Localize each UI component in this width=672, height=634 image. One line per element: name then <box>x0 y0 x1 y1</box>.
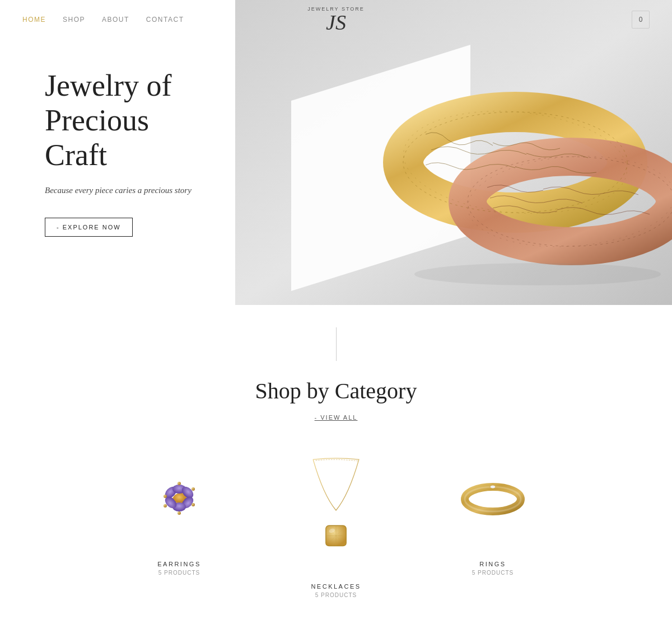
cart-button[interactable]: 0 <box>632 11 650 29</box>
logo-monogram: JS <box>326 12 346 33</box>
shop-section: Shop by Category - VIEW ALL <box>0 378 672 634</box>
nav-about[interactable]: ABOUT <box>102 16 129 24</box>
earrings-label: EARRINGS <box>157 561 200 567</box>
rings-image <box>442 449 543 550</box>
svg-point-16 <box>174 494 185 502</box>
nav-contact[interactable]: CONTACT <box>146 16 184 24</box>
svg-point-22 <box>164 504 167 508</box>
necklaces-image <box>286 449 386 572</box>
hero-subtitle: Because every piece caries a precious st… <box>45 186 207 195</box>
nav-home[interactable]: HOME <box>22 16 46 24</box>
navbar: HOME SHOP ABOUT CONTACT JEWELRY STORE JS… <box>0 0 672 39</box>
hero-section: Jewelry of Precious Craft Because every … <box>0 0 672 305</box>
svg-point-19 <box>192 487 195 491</box>
earrings-count: 5 PRODUCTS <box>158 570 200 576</box>
category-earrings[interactable]: EARRINGS 5 PRODUCTS <box>118 449 241 598</box>
svg-point-17 <box>164 495 167 498</box>
hero-content: Jewelry of Precious Craft Because every … <box>0 0 235 305</box>
svg-point-18 <box>178 482 181 485</box>
explore-now-button[interactable]: - EXPLORE NOW <box>45 218 133 237</box>
nav-shop[interactable]: SHOP <box>63 16 85 24</box>
hero-title: Jewelry of Precious Craft <box>45 68 207 172</box>
svg-point-33 <box>491 486 494 488</box>
category-necklaces[interactable]: NECKLACES 5 PRODUCTS <box>274 449 398 598</box>
svg-point-21 <box>178 511 181 515</box>
rings-label: RINGS <box>479 561 506 567</box>
necklaces-count: 5 PRODUCTS <box>315 592 357 598</box>
shop-section-title: Shop by Category <box>22 378 650 404</box>
cart-count: 0 <box>639 16 643 24</box>
nav-links: HOME SHOP ABOUT CONTACT <box>22 16 184 24</box>
rings-count: 5 PRODUCTS <box>472 570 514 576</box>
site-logo: JEWELRY STORE JS <box>307 6 365 33</box>
view-all-link[interactable]: - VIEW ALL <box>315 414 358 421</box>
category-rings[interactable]: RINGS 5 PRODUCTS <box>431 449 554 598</box>
svg-point-20 <box>192 503 195 506</box>
earrings-image <box>129 449 230 550</box>
section-divider <box>0 305 672 378</box>
svg-point-8 <box>414 263 661 285</box>
categories-grid: EARRINGS 5 PRODUCTS <box>22 449 650 598</box>
necklaces-label: NECKLACES <box>311 583 361 590</box>
hero-image <box>235 0 672 305</box>
